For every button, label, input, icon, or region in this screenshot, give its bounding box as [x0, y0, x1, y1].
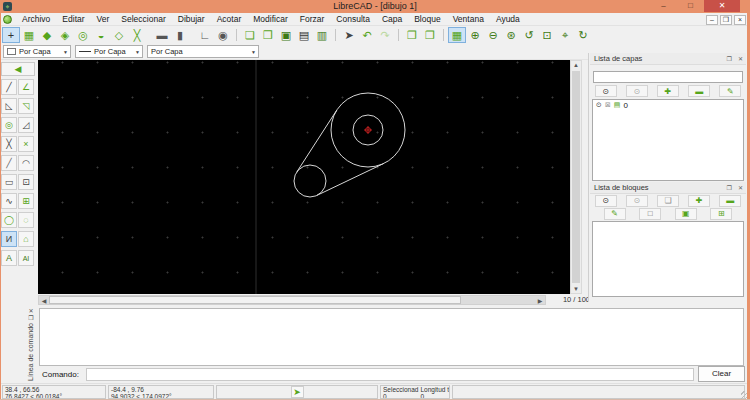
layer-print-icon[interactable]: ▤: [614, 101, 621, 109]
defreeze-all-layers-button[interactable]: ⊙: [595, 85, 617, 97]
layer-filter-input[interactable]: [593, 71, 743, 83]
menu-ver[interactable]: Ver: [91, 13, 116, 26]
line-vertical-tool[interactable]: ◹: [18, 98, 34, 114]
vertical-scrollbar[interactable]: ▲ ▼: [570, 60, 582, 294]
spline-tool[interactable]: ∿: [1, 193, 17, 209]
toggle-block-visibility-button[interactable]: ❏: [657, 195, 679, 207]
menu-seleccionar[interactable]: Seleccionar: [115, 13, 171, 26]
new-drawing-button[interactable]: ❏: [241, 27, 259, 43]
add-block-button[interactable]: ✚: [688, 195, 710, 207]
rectangle-tool[interactable]: ▭: [1, 174, 17, 190]
zoom-previous-button[interactable]: ↺: [520, 27, 538, 43]
command-close-icon[interactable]: ✕: [24, 307, 38, 314]
remove-block-button[interactable]: ▬: [719, 195, 741, 207]
snap-on-entity-button[interactable]: ◈: [56, 27, 74, 43]
layer-row[interactable]: ⊙⊠▤0: [593, 100, 743, 111]
zoom-page-in-button[interactable]: ❐: [421, 27, 439, 43]
dock-float-icon[interactable]: ❐: [724, 55, 735, 62]
modify-layer-button[interactable]: ✎: [719, 85, 741, 97]
line-two-points-tool[interactable]: ╱: [1, 79, 17, 95]
zoom-auto-button[interactable]: ⊛: [502, 27, 520, 43]
scroll-right-icon[interactable]: ▶: [535, 297, 545, 304]
save-block-button[interactable]: ▣: [675, 208, 697, 220]
snap-endpoint-button[interactable]: ◆: [38, 27, 56, 43]
command-input[interactable]: [86, 368, 694, 381]
horizontal-scroll-thumb[interactable]: [49, 296, 461, 304]
menu-editar[interactable]: Editar: [56, 13, 90, 26]
drawing-canvas[interactable]: [38, 60, 570, 294]
menu-forzar[interactable]: Forzar: [294, 13, 331, 26]
zoom-window-button[interactable]: ⊡: [538, 27, 556, 43]
window-close-button[interactable]: ✕: [704, 0, 740, 12]
dock-float-icon[interactable]: ❐: [724, 184, 735, 191]
edit-block-attributes-button[interactable]: ✎: [604, 208, 626, 220]
point-tool[interactable]: ⊡: [18, 174, 34, 190]
block-list[interactable]: [592, 221, 744, 297]
ellipse-tool[interactable]: ◯: [1, 212, 17, 228]
snap-distance-button[interactable]: ◇: [110, 27, 128, 43]
linewidth-combo[interactable]: Por Capa▼: [75, 45, 143, 58]
freeze-all-layers-button[interactable]: ⊙: [626, 85, 648, 97]
line-bisector-tool[interactable]: ╳: [1, 136, 17, 152]
edit-block-button[interactable]: □: [639, 208, 661, 220]
dock-close-icon[interactable]: ✕: [735, 55, 746, 62]
menu-bloque[interactable]: Bloque: [408, 13, 446, 26]
zoom-page-out-button[interactable]: ❐: [403, 27, 421, 43]
zoom-pan-button[interactable]: ⌖: [556, 27, 574, 43]
line-tangent-tool[interactable]: ×: [18, 136, 34, 152]
scroll-left-icon[interactable]: ◀: [39, 297, 49, 304]
menu-modificar[interactable]: Modificar: [247, 13, 293, 26]
open-drawing-button[interactable]: ❒: [259, 27, 277, 43]
command-history[interactable]: [39, 308, 744, 366]
lock-relative-zero-button[interactable]: ◉: [214, 27, 232, 43]
circle-center-point-tool[interactable]: ◎: [1, 117, 17, 133]
redraw-button[interactable]: ↻: [574, 27, 592, 43]
snap-intersection-button[interactable]: ╳: [128, 27, 146, 43]
layer-list[interactable]: ⊙⊠▤0: [592, 99, 744, 181]
defreeze-all-blocks-button[interactable]: ⊙: [595, 195, 617, 207]
line-parallel-tool[interactable]: ◿: [18, 117, 34, 133]
grid-toggle-button[interactable]: ▦: [448, 27, 466, 43]
crosshair-snap-button[interactable]: +: [2, 27, 20, 43]
mdi-close-icon[interactable]: ×: [734, 15, 746, 25]
menu-ayuda[interactable]: Ayuda: [490, 13, 526, 26]
text-tool[interactable]: A: [1, 250, 17, 266]
vertical-scroll-thumb[interactable]: [572, 71, 580, 283]
command-clear-button[interactable]: Clear: [698, 366, 745, 382]
scroll-up-icon[interactable]: ▲: [571, 62, 581, 68]
polyline-tool[interactable]: И: [1, 231, 17, 247]
selection-pointer-button[interactable]: ➤: [340, 27, 358, 43]
line-horizontal-tool[interactable]: ◺: [1, 98, 17, 114]
remove-layer-button[interactable]: ▬: [688, 85, 710, 97]
line-free-tool[interactable]: ╱: [1, 155, 17, 171]
mtext-tool[interactable]: AI: [18, 250, 34, 266]
menu-acotar[interactable]: Acotar: [211, 13, 248, 26]
print-button[interactable]: ▤: [295, 27, 313, 43]
menu-ventana[interactable]: Ventana: [447, 13, 490, 26]
arc-three-points-tool[interactable]: ◠: [18, 155, 34, 171]
menu-capa[interactable]: Capa: [376, 13, 408, 26]
undo-button[interactable]: ↶: [358, 27, 376, 43]
palette-back-button[interactable]: ◀: [1, 62, 35, 76]
scroll-down-icon[interactable]: ▼: [571, 286, 581, 292]
layer-visible-icon[interactable]: ⊙: [596, 101, 602, 109]
menu-consulta[interactable]: Consulta: [330, 13, 376, 26]
color-combo[interactable]: Por Capa▼: [3, 45, 71, 58]
linetype-combo[interactable]: Por Capa▼: [147, 45, 259, 58]
dock-close-icon[interactable]: ✕: [735, 184, 746, 191]
restrict-orthogonal-button[interactable]: ∟: [196, 27, 214, 43]
insert-block-button[interactable]: ⊞: [710, 208, 732, 220]
save-drawing-button[interactable]: ▣: [277, 27, 295, 43]
layer-lock-icon[interactable]: ⊠: [605, 101, 611, 109]
horizontal-scrollbar[interactable]: ◀ ▶: [38, 295, 546, 305]
redo-button[interactable]: ↷: [376, 27, 394, 43]
window-minimize-button[interactable]: –: [650, 0, 677, 12]
restrict-horizontal-button[interactable]: ▬: [153, 27, 171, 43]
snap-center-button[interactable]: ◎: [74, 27, 92, 43]
snap-middle-button[interactable]: ◒: [92, 27, 110, 43]
zoom-in-button[interactable]: ⊕: [466, 27, 484, 43]
add-layer-button[interactable]: ✚: [657, 85, 679, 97]
zoom-out-button[interactable]: ⊖: [484, 27, 502, 43]
polygon-tool[interactable]: ⊞: [18, 193, 34, 209]
polygon-center-tool[interactable]: ⌂: [18, 231, 34, 247]
